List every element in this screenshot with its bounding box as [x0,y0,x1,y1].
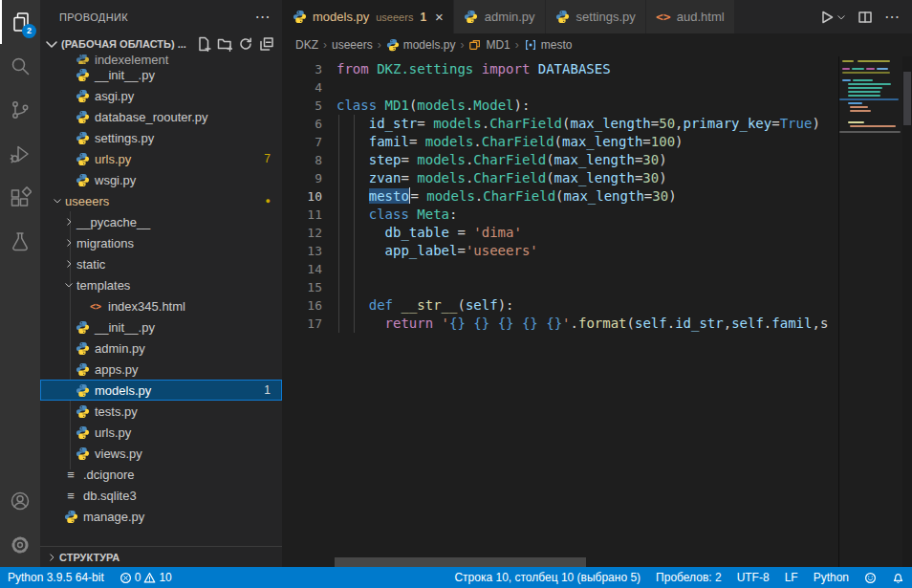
tree-item-label: tests.py [95,404,138,419]
tree-file-db-sqlite3[interactable]: ≡db.sqlite3 [40,485,282,506]
workspace-section-header[interactable]: (РАБОЧАЯ ОБЛАСТЬ) ... [40,33,282,54]
python-icon [75,340,90,356]
new-file-button[interactable] [196,36,211,52]
breadcrumb-item-dkz[interactable]: DKZ [295,38,318,52]
more-actions-button[interactable]: ⋯ [884,8,901,26]
tree-file-urls-py[interactable]: urls.py7 [40,148,282,169]
status-encoding[interactable]: UTF-8 [729,567,777,588]
tree-file-wsgi-py[interactable]: wsgi.py [40,169,282,190]
status-eol[interactable]: LF [777,567,806,588]
activity-item-source-control[interactable] [0,88,40,132]
tree-file-database-roouter-py[interactable]: database_roouter.py [40,106,282,127]
code-editor[interactable]: 3from DKZ.settings import DATABASES45cla… [282,56,912,567]
problem-badge: 7 [264,152,271,165]
activity-item-search[interactable] [0,44,40,88]
activity-item-run-debug[interactable] [0,132,40,176]
chevron-down-icon [836,10,846,25]
horizontal-scrollbar[interactable] [282,557,838,567]
tree-item-label: .dcignore [83,468,134,482]
activity-item-testing[interactable] [0,220,40,264]
code-line-6: 6 id_str= models.CharField(max_length=50… [282,115,838,133]
debug-icon [9,142,32,165]
tree-file-indexelement[interactable]: indexelement [40,54,282,64]
activity-item-extensions[interactable] [0,176,40,220]
status-problems[interactable]: 010 [112,567,180,588]
close-icon[interactable]: × [435,10,444,24]
python-icon [75,109,90,124]
tab-bar: models.pyuseeers1×admin.pysettings.py<>a… [282,0,912,33]
breadcrumb-item-md1[interactable]: MD1 [468,38,510,52]
python-icon [75,67,90,82]
editor-group: models.pyuseeers1×admin.pysettings.py<>a… [282,0,912,567]
tree-file-manage-py[interactable]: manage.py [40,506,282,527]
breadcrumb-item-models-py[interactable]: models.py [386,38,456,52]
tree-file-apps-py[interactable]: apps.py [40,359,282,380]
tree-item-label: urls.py [95,152,131,166]
status-indentation[interactable]: Пробелов: 2 [648,567,729,588]
tree-file-admin-py[interactable]: admin.py [40,338,282,359]
run-button[interactable] [819,10,846,25]
tab-admin-py[interactable]: admin.py [454,0,546,33]
tree-file-models-py[interactable]: models.py1 [40,380,282,401]
tree-file--init-py[interactable]: __init__.py [40,64,282,85]
code-line-16: 16 def __str__(self): [282,296,838,315]
minimap[interactable] [838,56,902,567]
tree-item-label: database_roouter.py [95,110,208,124]
status-feedback[interactable] [857,567,884,588]
tree-file-views-py[interactable]: views.py [40,443,282,464]
tree-item-label: index345.html [108,299,185,314]
code-line-14: 14 [282,260,838,278]
vertical-scrollbar[interactable] [902,56,912,567]
line-number: 11 [282,206,322,224]
collapse-folders-button[interactable] [259,36,274,52]
python-icon [75,172,90,187]
account-icon [9,490,32,512]
status-notifications[interactable] [884,567,912,588]
status-python-interpreter[interactable]: Python 3.9.5 64-bit [0,567,112,588]
tree-folder-templates[interactable]: templates [40,274,282,295]
activity-item-account[interactable] [0,479,40,523]
python-icon [75,319,90,335]
settings-gear-icon [9,534,32,556]
split-editor-button[interactable] [858,10,873,25]
new-folder-button[interactable] [217,36,232,52]
refresh-explorer-button[interactable] [238,36,253,52]
tree-file-index345-html[interactable]: <>index345.html [40,295,282,316]
tree-item-label: __init__.py [95,68,155,82]
tab-aud-html[interactable]: <>aud.html [646,0,735,33]
activity-item-settings[interactable] [0,523,40,567]
activity-item-explorer[interactable]: 2 [0,0,40,44]
line-number: 3 [282,60,322,78]
file-tree: indexelement__init__.pyasgi.pydatabase_r… [40,54,282,546]
search-icon [9,54,32,77]
line-number: 12 [282,224,322,242]
tree-file-settings-py[interactable]: settings.py [40,127,282,148]
tree-file-asgi-py[interactable]: asgi.py [40,85,282,106]
tree-file--dcignore[interactable]: ≡.dcignore [40,464,282,485]
tree-file-tests-py[interactable]: tests.py [40,401,282,422]
python-icon [75,88,90,103]
status-text: Строка 10, столбец 10 (выбрано 5) [454,571,641,584]
breadcrumb-item-mesto[interactable]: mesto [524,38,573,52]
tab-settings-py[interactable]: settings.py [546,0,646,33]
breadcrumb-item-useeers[interactable]: useeers [332,38,373,52]
line-number: 9 [282,169,322,187]
status-cursor-position[interactable]: Строка 10, столбец 10 (выбрано 5) [446,567,648,588]
chevron-right-icon [44,553,59,562]
tree-file--init-py[interactable]: __init__.py [40,316,282,338]
python-icon [75,403,90,419]
field-icon [524,38,537,52]
status-language-mode[interactable]: Python [806,567,857,588]
html-icon: <> [88,298,103,314]
tree-folder-static[interactable]: static [40,253,282,274]
tree-file-urls-py[interactable]: urls.py [40,422,282,443]
tab-models-py[interactable]: models.pyuseeers1× [282,0,454,33]
sidebar-more-actions-icon[interactable]: ⋯ [255,8,271,26]
outline-section-header[interactable]: СТРУКТУРА [40,546,282,567]
tree-folder--pycache-[interactable]: __pycache__ [40,211,282,232]
tree-folder-migrations[interactable]: migrations [40,232,282,253]
status-text: Пробелов: 2 [656,571,722,584]
line-number: 7 [282,133,322,151]
python-icon [75,151,90,166]
tree-folder-useeers[interactable]: useeers● [40,190,282,211]
